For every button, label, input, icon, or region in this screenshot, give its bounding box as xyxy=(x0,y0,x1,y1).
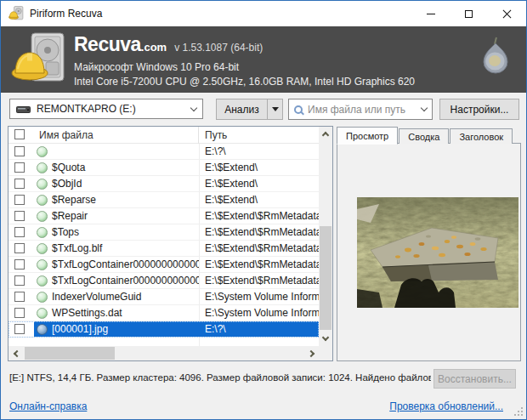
table-row[interactable]: $ReparseE:\$Extend\ xyxy=(8,192,319,208)
table-row[interactable]: $TxfLogContainer000000000000...E:\$Exten… xyxy=(8,273,319,289)
scrollbar-corner xyxy=(319,346,332,360)
file-name: $Repair xyxy=(52,210,88,222)
analyze-dropdown-button[interactable] xyxy=(267,99,283,120)
file-name: $ObjId xyxy=(52,178,82,190)
horizontal-scrollbar-thumb[interactable] xyxy=(25,347,115,360)
dropdown-arrow-icon xyxy=(272,107,279,111)
search-input[interactable] xyxy=(308,104,408,116)
file-name-cell: $Repair xyxy=(34,208,199,224)
table-row[interactable]: WPSettings.datE:\System Volume Informat xyxy=(8,305,319,321)
row-checkbox-cell xyxy=(8,146,34,156)
row-checkbox-cell xyxy=(8,275,34,286)
file-name-cell: $Reparse xyxy=(34,192,199,207)
brand-suffix: .com xyxy=(141,41,167,54)
row-checkbox-cell xyxy=(8,259,34,270)
table-row[interactable]: $ObjIdE:\$Extend\ xyxy=(8,176,319,192)
horizontal-scrollbar[interactable] xyxy=(8,346,319,360)
check-updates-link[interactable]: Проверка обновлений... xyxy=(389,397,503,416)
chevron-down-icon xyxy=(190,104,197,111)
analyze-button[interactable]: Анализ xyxy=(216,99,268,120)
version-text: v 1.53.1087 (64-bit) xyxy=(174,42,263,54)
row-checkbox[interactable] xyxy=(14,146,25,156)
maximize-button[interactable] xyxy=(450,1,488,26)
file-table-body: E:\?\$QuotaE:\$Extend\$ObjIdE:\$Extend\$… xyxy=(8,144,319,338)
vertical-scrollbar-thumb[interactable] xyxy=(320,226,332,330)
row-checkbox[interactable] xyxy=(14,259,25,270)
table-row[interactable]: [000001].jpgE:\?\ xyxy=(8,321,319,338)
column-header-path[interactable]: Путь xyxy=(199,129,319,141)
table-row[interactable]: $TxfLogContainer000000000000...E:\$Exten… xyxy=(8,257,319,273)
file-status-icon xyxy=(37,243,48,254)
row-checkbox[interactable] xyxy=(14,292,25,302)
drive-icon xyxy=(16,105,31,114)
file-name: $Tops xyxy=(52,226,79,238)
row-checkbox-cell xyxy=(8,162,34,173)
file-path: E:\$Extend\$RmMetadata\$ xyxy=(199,273,319,288)
vertical-scrollbar[interactable] xyxy=(319,127,332,346)
recover-button[interactable]: Восстановить... xyxy=(434,369,516,389)
table-row[interactable]: IndexerVolumeGuidE:\System Volume Inform… xyxy=(8,289,319,305)
app-icon xyxy=(8,6,24,21)
minimize-button[interactable] xyxy=(411,1,450,26)
row-checkbox[interactable] xyxy=(14,179,25,189)
table-row[interactable]: E:\?\ xyxy=(8,144,319,160)
status-bar-text: [E:] NTFS, 14,4 ГБ. Размер кластера: 409… xyxy=(9,366,431,389)
file-name: [000001].jpg xyxy=(52,323,108,335)
maximize-icon xyxy=(465,10,473,18)
row-checkbox[interactable] xyxy=(14,324,25,334)
row-checkbox[interactable] xyxy=(14,195,25,205)
search-combobox[interactable] xyxy=(288,99,433,120)
online-help-link[interactable]: Онлайн-справка xyxy=(9,397,87,416)
table-row[interactable]: $TxfLog.blfE:\$Extend\$RmMetadata\$ xyxy=(8,241,319,257)
file-name: WPSettings.dat xyxy=(52,307,122,319)
settings-button[interactable]: Настройки... xyxy=(439,99,519,120)
row-checkbox-cell xyxy=(8,243,34,253)
file-name-cell xyxy=(34,144,199,159)
preview-tab-2[interactable]: Сводка xyxy=(399,128,449,144)
scroll-right-button[interactable] xyxy=(304,346,319,360)
scroll-down-button[interactable] xyxy=(319,332,332,346)
brand-line: Recuva.comv 1.53.1087 (64-bit) xyxy=(74,33,263,56)
row-checkbox-cell xyxy=(8,227,34,237)
row-checkbox[interactable] xyxy=(14,275,25,286)
file-table: Имя файла Путь E:\?\$QuotaE:\$Extend\$Ob… xyxy=(8,126,333,361)
settings-button-label: Настройки... xyxy=(450,104,509,116)
table-row[interactable]: $QuotaE:\$Extend\ xyxy=(8,160,319,176)
recover-button-label: Восстановить... xyxy=(438,373,512,385)
file-name: $Quota xyxy=(52,162,85,173)
toolbar: REMONTKAPRO (E:) Анализ Настройки... xyxy=(1,93,526,124)
row-checkbox[interactable] xyxy=(14,243,25,253)
row-checkbox[interactable] xyxy=(14,162,25,173)
file-name: IndexerVolumeGuid xyxy=(52,291,141,303)
file-status-icon xyxy=(37,259,48,270)
scroll-left-button[interactable] xyxy=(8,346,23,360)
row-checkbox[interactable] xyxy=(14,227,25,237)
file-path: E:\System Volume Informat xyxy=(199,289,319,304)
file-status-icon xyxy=(37,179,48,190)
column-header-filename[interactable]: Имя файла xyxy=(34,127,199,144)
preview-tabs: ПросмотрСводкаЗаголовок xyxy=(337,126,521,144)
resize-grip[interactable] xyxy=(513,406,523,416)
file-path: E:\?\ xyxy=(199,144,319,159)
preview-tab-1[interactable]: Просмотр xyxy=(337,127,398,145)
select-all-checkbox[interactable] xyxy=(14,129,25,139)
preview-content xyxy=(337,143,521,361)
close-button[interactable] xyxy=(488,1,526,26)
scroll-up-button[interactable] xyxy=(319,127,332,141)
file-status-icon xyxy=(37,227,48,238)
preview-tab-3[interactable]: Заголовок xyxy=(450,128,513,144)
row-checkbox[interactable] xyxy=(14,211,25,221)
file-path: E:\$Extend\$RmMetadata\ xyxy=(199,208,319,224)
row-checkbox[interactable] xyxy=(14,308,25,318)
file-name: $Reparse xyxy=(52,194,96,206)
preview-panel: ПросмотрСводкаЗаголовок xyxy=(337,126,521,361)
file-name-cell: $TxfLogContainer000000000000... xyxy=(34,257,199,272)
file-name-cell: WPSettings.dat xyxy=(34,305,199,321)
table-row[interactable]: $TopsE:\$Extend\$RmMetadata\$ xyxy=(8,224,319,241)
drive-selector-value: REMONTKAPRO (E:) xyxy=(37,103,136,115)
brand-name: Recuva xyxy=(74,33,141,55)
drive-selector[interactable]: REMONTKAPRO (E:) xyxy=(9,99,203,119)
file-name-cell: $Tops xyxy=(34,224,199,240)
table-row[interactable]: $RepairE:\$Extend\$RmMetadata\ xyxy=(8,208,319,224)
file-name-cell: $TxfLog.blf xyxy=(34,241,199,256)
